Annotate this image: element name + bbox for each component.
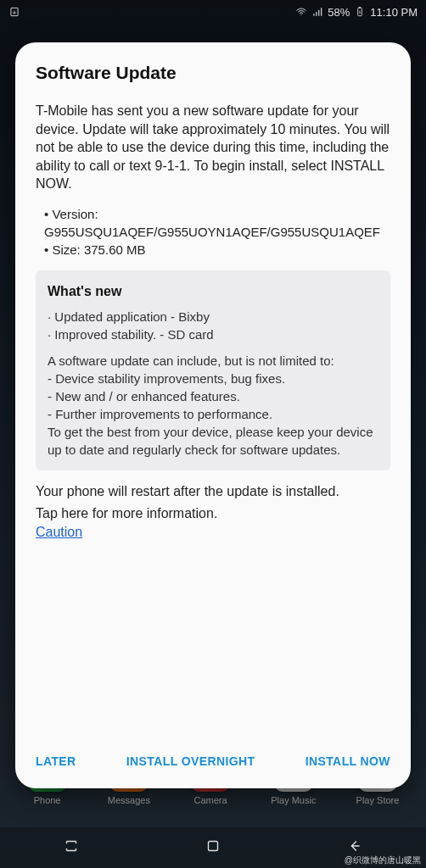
status-clock: 11:10 PM <box>370 6 418 19</box>
screen: 58% 11:10 PM Phone Messages Camera <box>0 0 426 868</box>
recents-button[interactable] <box>62 837 81 859</box>
svg-rect-2 <box>359 7 361 8</box>
general-item: New and / or enhanced features. <box>48 387 378 405</box>
notification-icon <box>8 6 20 18</box>
update-version: Version: G955USQU1AQEF/G955UOYN1AQEF/G95… <box>44 205 390 241</box>
general-intro: A software update can include, but is no… <box>48 352 378 370</box>
whats-new-item: Improved stability. - SD card <box>48 326 378 343</box>
general-outro: To get the best from your device, please… <box>48 423 378 459</box>
restart-note: Your phone will restart after the update… <box>36 482 390 501</box>
battery-icon <box>354 6 366 18</box>
whats-new-box: What's new Updated application - Bixby I… <box>36 270 390 470</box>
update-size: Size: 375.60 MB <box>44 241 390 259</box>
caution-link[interactable]: Caution <box>36 525 82 540</box>
wifi-icon <box>295 6 307 18</box>
dialog-title: Software Update <box>36 63 390 83</box>
update-meta: Version: G955USQU1AQEF/G955UOYN1AQEF/G95… <box>36 205 390 259</box>
watermark: @织微博的唐山暖黑 <box>345 854 421 866</box>
later-button[interactable]: LATER <box>32 749 80 773</box>
install-now-button[interactable]: INSTALL NOW <box>302 749 394 773</box>
whats-new-title: What's new <box>48 282 378 301</box>
software-update-dialog: Software Update T-Mobile has sent you a … <box>15 42 411 788</box>
general-item: Device stability improvements, bug fixes… <box>48 370 378 387</box>
general-item: Further improvements to performance. <box>48 405 378 423</box>
whats-new-item: Updated application - Bixby <box>48 308 378 326</box>
svg-rect-7 <box>208 842 217 851</box>
battery-percent: 58% <box>328 6 350 19</box>
dialog-intro-text: T-Mobile has sent you a new software upd… <box>36 102 390 193</box>
dialog-actions: LATER INSTALL OVERNIGHT INSTALL NOW <box>15 739 411 788</box>
signal-icon <box>311 6 323 18</box>
home-button[interactable] <box>204 837 222 859</box>
dialog-body[interactable]: Software Update T-Mobile has sent you a … <box>15 42 411 739</box>
status-bar: 58% 11:10 PM <box>0 0 426 24</box>
more-info-text[interactable]: Tap here for more information. <box>36 504 390 523</box>
install-overnight-button[interactable]: INSTALL OVERNIGHT <box>123 749 259 773</box>
